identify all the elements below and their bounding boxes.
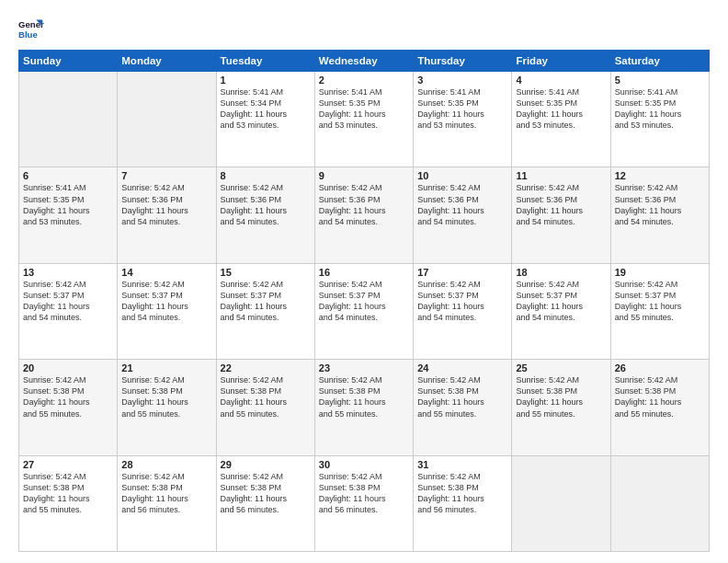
calendar-cell: 1Sunrise: 5:41 AM Sunset: 5:34 PM Daylig… [216, 72, 314, 167]
day-number: 13 [23, 267, 113, 278]
day-number: 1 [221, 75, 311, 86]
day-info: Sunrise: 5:42 AM Sunset: 5:38 PM Dayligh… [417, 471, 507, 516]
calendar-week-3: 13Sunrise: 5:42 AM Sunset: 5:37 PM Dayli… [19, 263, 710, 359]
calendar-cell [512, 455, 610, 551]
day-info: Sunrise: 5:42 AM Sunset: 5:37 PM Dayligh… [121, 279, 211, 324]
svg-text:Blue: Blue [18, 29, 38, 40]
logo-icon: General Blue [18, 17, 44, 42]
day-info: Sunrise: 5:42 AM Sunset: 5:38 PM Dayligh… [23, 374, 113, 419]
day-info: Sunrise: 5:42 AM Sunset: 5:37 PM Dayligh… [417, 279, 507, 324]
page: General Blue SundayMondayTuesdayWednesda… [0, 0, 728, 563]
day-number: 12 [615, 170, 705, 181]
day-info: Sunrise: 5:42 AM Sunset: 5:36 PM Dayligh… [516, 182, 606, 227]
day-number: 15 [221, 267, 311, 278]
calendar-cell: 23Sunrise: 5:42 AM Sunset: 5:38 PM Dayli… [314, 360, 413, 455]
calendar-cell: 26Sunrise: 5:42 AM Sunset: 5:38 PM Dayli… [610, 360, 709, 455]
day-info: Sunrise: 5:42 AM Sunset: 5:38 PM Dayligh… [221, 374, 311, 419]
weekday-header-saturday: Saturday [610, 51, 709, 72]
calendar-week-2: 6Sunrise: 5:41 AM Sunset: 5:35 PM Daylig… [19, 167, 710, 263]
calendar-cell: 16Sunrise: 5:42 AM Sunset: 5:37 PM Dayli… [314, 263, 413, 359]
day-number: 11 [516, 170, 606, 181]
day-number: 20 [23, 362, 113, 373]
calendar-week-5: 27Sunrise: 5:42 AM Sunset: 5:38 PM Dayli… [19, 455, 710, 551]
day-number: 27 [23, 459, 113, 470]
day-info: Sunrise: 5:42 AM Sunset: 5:36 PM Dayligh… [615, 182, 705, 227]
calendar-cell: 4Sunrise: 5:41 AM Sunset: 5:35 PM Daylig… [512, 72, 610, 167]
day-number: 25 [516, 362, 606, 373]
calendar-cell: 21Sunrise: 5:42 AM Sunset: 5:38 PM Dayli… [118, 360, 216, 455]
calendar-cell: 13Sunrise: 5:42 AM Sunset: 5:37 PM Dayli… [19, 263, 118, 359]
day-info: Sunrise: 5:42 AM Sunset: 5:38 PM Dayligh… [417, 374, 507, 419]
calendar-cell: 11Sunrise: 5:42 AM Sunset: 5:36 PM Dayli… [512, 167, 610, 263]
calendar-cell [118, 72, 216, 167]
day-number: 14 [121, 267, 211, 278]
calendar-cell: 3Sunrise: 5:41 AM Sunset: 5:35 PM Daylig… [414, 72, 512, 167]
calendar-cell: 27Sunrise: 5:42 AM Sunset: 5:38 PM Dayli… [19, 455, 118, 551]
calendar-cell: 6Sunrise: 5:41 AM Sunset: 5:35 PM Daylig… [19, 167, 118, 263]
weekday-header-wednesday: Wednesday [314, 51, 413, 72]
day-number: 7 [121, 170, 211, 181]
calendar-cell: 9Sunrise: 5:42 AM Sunset: 5:36 PM Daylig… [314, 167, 413, 263]
day-info: Sunrise: 5:41 AM Sunset: 5:35 PM Dayligh… [417, 86, 507, 132]
calendar-week-4: 20Sunrise: 5:42 AM Sunset: 5:38 PM Dayli… [19, 360, 710, 455]
day-info: Sunrise: 5:42 AM Sunset: 5:38 PM Dayligh… [615, 374, 705, 419]
day-number: 5 [615, 75, 705, 86]
weekday-header-monday: Monday [118, 51, 216, 72]
day-number: 3 [417, 75, 507, 86]
day-number: 29 [221, 459, 311, 470]
day-number: 6 [23, 170, 113, 181]
day-info: Sunrise: 5:41 AM Sunset: 5:34 PM Dayligh… [221, 86, 311, 132]
calendar-cell [610, 455, 709, 551]
day-info: Sunrise: 5:42 AM Sunset: 5:36 PM Dayligh… [417, 182, 507, 227]
day-info: Sunrise: 5:42 AM Sunset: 5:37 PM Dayligh… [221, 279, 311, 324]
header: General Blue [18, 17, 710, 42]
calendar-cell [19, 72, 118, 167]
calendar-cell: 7Sunrise: 5:42 AM Sunset: 5:36 PM Daylig… [118, 167, 216, 263]
calendar-cell: 28Sunrise: 5:42 AM Sunset: 5:38 PM Dayli… [118, 455, 216, 551]
day-number: 23 [319, 362, 409, 373]
day-number: 30 [319, 459, 409, 470]
calendar-cell: 24Sunrise: 5:42 AM Sunset: 5:38 PM Dayli… [414, 360, 512, 455]
day-number: 22 [221, 362, 311, 373]
day-info: Sunrise: 5:41 AM Sunset: 5:35 PM Dayligh… [615, 86, 705, 132]
day-number: 17 [417, 267, 507, 278]
weekday-header-tuesday: Tuesday [216, 51, 314, 72]
day-info: Sunrise: 5:42 AM Sunset: 5:37 PM Dayligh… [23, 279, 113, 324]
weekday-header-sunday: Sunday [19, 51, 118, 72]
day-number: 26 [615, 362, 705, 373]
day-info: Sunrise: 5:42 AM Sunset: 5:37 PM Dayligh… [615, 279, 705, 324]
calendar-week-1: 1Sunrise: 5:41 AM Sunset: 5:34 PM Daylig… [19, 72, 710, 167]
day-info: Sunrise: 5:42 AM Sunset: 5:38 PM Dayligh… [221, 471, 311, 516]
day-info: Sunrise: 5:41 AM Sunset: 5:35 PM Dayligh… [319, 86, 409, 132]
calendar-cell: 12Sunrise: 5:42 AM Sunset: 5:36 PM Dayli… [610, 167, 709, 263]
day-number: 10 [417, 170, 507, 181]
day-number: 19 [615, 267, 705, 278]
calendar-cell: 5Sunrise: 5:41 AM Sunset: 5:35 PM Daylig… [610, 72, 709, 167]
day-info: Sunrise: 5:42 AM Sunset: 5:36 PM Dayligh… [121, 182, 211, 227]
calendar-cell: 8Sunrise: 5:42 AM Sunset: 5:36 PM Daylig… [216, 167, 314, 263]
day-number: 28 [121, 459, 211, 470]
day-info: Sunrise: 5:42 AM Sunset: 5:38 PM Dayligh… [516, 374, 606, 419]
calendar-cell: 2Sunrise: 5:41 AM Sunset: 5:35 PM Daylig… [314, 72, 413, 167]
calendar-cell: 30Sunrise: 5:42 AM Sunset: 5:38 PM Dayli… [314, 455, 413, 551]
weekday-header-thursday: Thursday [414, 51, 512, 72]
day-info: Sunrise: 5:42 AM Sunset: 5:36 PM Dayligh… [221, 182, 311, 227]
calendar-cell: 15Sunrise: 5:42 AM Sunset: 5:37 PM Dayli… [216, 263, 314, 359]
calendar-cell: 22Sunrise: 5:42 AM Sunset: 5:38 PM Dayli… [216, 360, 314, 455]
day-info: Sunrise: 5:42 AM Sunset: 5:38 PM Dayligh… [23, 471, 113, 516]
day-number: 8 [221, 170, 311, 181]
day-info: Sunrise: 5:42 AM Sunset: 5:38 PM Dayligh… [121, 471, 211, 516]
day-info: Sunrise: 5:41 AM Sunset: 5:35 PM Dayligh… [516, 86, 606, 132]
day-info: Sunrise: 5:42 AM Sunset: 5:38 PM Dayligh… [319, 374, 409, 419]
calendar-cell: 29Sunrise: 5:42 AM Sunset: 5:38 PM Dayli… [216, 455, 314, 551]
day-number: 9 [319, 170, 409, 181]
calendar-cell: 31Sunrise: 5:42 AM Sunset: 5:38 PM Dayli… [414, 455, 512, 551]
day-info: Sunrise: 5:42 AM Sunset: 5:36 PM Dayligh… [319, 182, 409, 227]
day-number: 16 [319, 267, 409, 278]
calendar-cell: 25Sunrise: 5:42 AM Sunset: 5:38 PM Dayli… [512, 360, 610, 455]
calendar-cell: 10Sunrise: 5:42 AM Sunset: 5:36 PM Dayli… [414, 167, 512, 263]
day-number: 21 [121, 362, 211, 373]
day-number: 4 [516, 75, 606, 86]
day-number: 18 [516, 267, 606, 278]
day-info: Sunrise: 5:42 AM Sunset: 5:38 PM Dayligh… [121, 374, 211, 419]
